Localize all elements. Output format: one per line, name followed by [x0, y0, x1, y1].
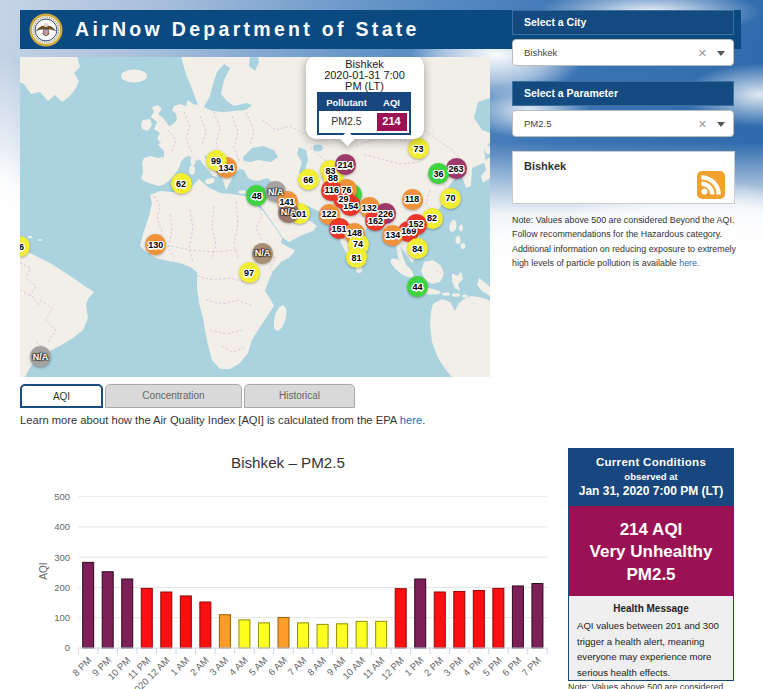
svg-text:200: 200: [54, 582, 70, 593]
svg-text:4 AM: 4 AM: [227, 655, 250, 678]
svg-text:2 AM: 2 AM: [188, 655, 211, 678]
svg-text:1 AM: 1 AM: [168, 655, 191, 678]
svg-text:6 AM: 6 AM: [266, 655, 289, 678]
svg-text:AQI: AQI: [38, 562, 49, 579]
svg-text:3 AM: 3 AM: [207, 655, 230, 678]
svg-text:5 AM: 5 AM: [246, 655, 269, 678]
svg-text:12 PM: 12 PM: [379, 655, 406, 682]
svg-text:6 PM: 6 PM: [500, 655, 524, 679]
svg-text:Bishkek – PM2.5: Bishkek – PM2.5: [231, 454, 345, 471]
svg-text:3 PM: 3 PM: [441, 655, 465, 679]
svg-text:8 PM: 8 PM: [70, 655, 94, 679]
svg-text:7 AM: 7 AM: [285, 655, 308, 678]
svg-text:300: 300: [54, 552, 70, 563]
svg-text:8 AM: 8 AM: [305, 655, 328, 678]
svg-text:500: 500: [54, 491, 70, 502]
svg-text:5 PM: 5 PM: [480, 655, 504, 679]
svg-text:400: 400: [54, 521, 70, 532]
svg-text:7 PM: 7 PM: [519, 655, 543, 679]
svg-text:0: 0: [65, 642, 70, 653]
svg-text:4 PM: 4 PM: [461, 655, 485, 679]
svg-text:100: 100: [54, 612, 70, 623]
svg-text:1 PM: 1 PM: [402, 655, 426, 679]
svg-text:10 AM: 10 AM: [340, 655, 367, 682]
svg-text:2 PM: 2 PM: [422, 655, 446, 679]
